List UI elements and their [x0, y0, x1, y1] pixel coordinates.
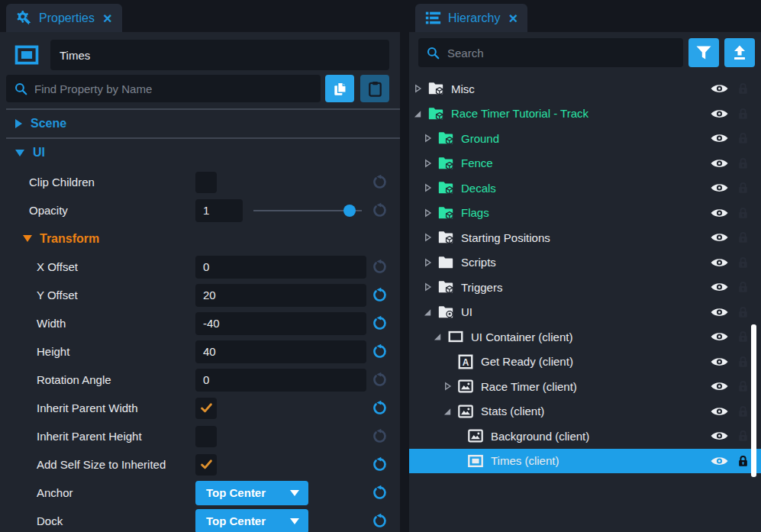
visibility-eye-icon[interactable] — [710, 280, 729, 294]
copy-properties-button[interactable] — [325, 75, 354, 102]
section-ui[interactable]: UI — [0, 142, 400, 163]
anchor-dropdown[interactable]: Top Center — [195, 481, 308, 505]
expander-expanded-icon[interactable] — [434, 332, 446, 342]
property-row-dock: Dock Top Center — [0, 507, 400, 532]
lock-icon[interactable] — [737, 156, 750, 171]
lock-icon[interactable] — [737, 230, 750, 245]
paste-properties-button[interactable] — [360, 75, 389, 102]
expander-collapsed-icon[interactable] — [424, 233, 436, 243]
reset-icon[interactable] — [372, 513, 388, 529]
visibility-eye-icon[interactable] — [710, 330, 729, 343]
rotation-angle-input[interactable] — [195, 369, 366, 392]
visibility-eye-icon[interactable] — [710, 256, 729, 269]
hierarchy-search-box[interactable] — [418, 38, 683, 67]
expander-collapsed-icon[interactable] — [443, 382, 456, 392]
find-property-box[interactable] — [6, 75, 321, 102]
tree-row-ground[interactable]: Ground — [409, 126, 761, 151]
height-input[interactable] — [195, 340, 366, 363]
tree-row-decals[interactable]: Decals — [409, 176, 761, 201]
expander-collapsed-icon[interactable] — [424, 208, 436, 218]
hierarchy-search-input[interactable] — [447, 47, 676, 60]
visibility-eye-icon[interactable] — [710, 131, 729, 145]
add-self-size-checkbox[interactable] — [195, 454, 217, 476]
opacity-slider[interactable] — [253, 199, 362, 222]
lock-icon[interactable] — [737, 131, 750, 146]
lock-icon[interactable] — [737, 354, 750, 369]
scrollbar-thumb[interactable] — [751, 324, 756, 477]
filter-button[interactable] — [688, 38, 719, 67]
reset-icon[interactable] — [372, 485, 388, 501]
tree-row-misc[interactable]: Misc — [409, 76, 761, 102]
lock-icon[interactable] — [737, 428, 750, 443]
opacity-slider-knob[interactable] — [343, 205, 356, 217]
visibility-eye-icon[interactable] — [710, 454, 729, 468]
y-offset-input[interactable] — [195, 284, 366, 307]
tab-properties[interactable]: Properties × — [6, 4, 122, 32]
section-transform[interactable]: Transform — [0, 224, 400, 253]
tree-row-scripts[interactable]: Scripts — [409, 250, 761, 276]
lock-icon[interactable] — [737, 180, 750, 195]
lock-icon[interactable] — [737, 329, 750, 344]
reset-icon[interactable] — [372, 400, 388, 416]
clip-children-checkbox[interactable] — [195, 172, 217, 193]
expander-collapsed-icon[interactable] — [414, 84, 426, 94]
reset-icon[interactable] — [372, 315, 388, 331]
tree-row-race-timer-tutorial-track[interactable]: Race Timer Tutorial - Track — [409, 102, 761, 127]
lock-icon[interactable] — [737, 106, 750, 121]
dock-dropdown[interactable]: Top Center — [195, 509, 308, 532]
lock-icon[interactable] — [737, 279, 750, 295]
lock-icon[interactable] — [737, 379, 750, 394]
tree-row-get-ready[interactable]: Get Ready (client) — [409, 350, 761, 375]
lock-icon[interactable] — [737, 205, 750, 221]
tree-row-stats[interactable]: Stats (client) — [409, 399, 761, 424]
expander-collapsed-icon[interactable] — [424, 282, 436, 292]
visibility-eye-icon[interactable] — [710, 206, 729, 220]
lock-icon[interactable] — [737, 255, 750, 270]
visibility-eye-icon[interactable] — [710, 82, 729, 95]
inherit-parent-height-checkbox[interactable] — [195, 426, 217, 447]
section-scene[interactable]: Scene — [0, 114, 400, 133]
find-property-input[interactable] — [34, 82, 313, 95]
lock-icon[interactable] — [737, 81, 750, 96]
reset-icon[interactable] — [372, 343, 388, 360]
tree-row-flags[interactable]: Flags — [409, 201, 761, 226]
tab-hierarchy[interactable]: Hierarchy × — [415, 4, 527, 32]
object-name-input[interactable] — [50, 40, 389, 70]
tree-row-times-selected[interactable]: Times (client) — [409, 449, 761, 474]
tree-row-ui-container[interactable]: UI Container (client) — [409, 324, 761, 350]
close-icon[interactable]: × — [103, 11, 112, 26]
tree-row-fence[interactable]: Fence — [409, 151, 761, 176]
lock-icon[interactable] — [737, 305, 750, 320]
tree-row-race-timer[interactable]: Race Timer (client) — [409, 374, 761, 399]
tree-row-triggers[interactable]: Triggers — [409, 275, 761, 300]
lock-icon[interactable] — [737, 453, 750, 469]
expander-expanded-icon[interactable] — [414, 108, 426, 118]
tree-row-background[interactable]: Background (client) — [409, 424, 761, 449]
close-icon[interactable]: × — [508, 11, 518, 26]
visibility-eye-icon[interactable] — [710, 429, 729, 443]
expander-expanded-icon[interactable] — [424, 307, 436, 317]
tree-row-ui[interactable]: UI — [409, 300, 761, 325]
expander-collapsed-icon[interactable] — [424, 257, 436, 267]
width-input[interactable] — [195, 312, 366, 335]
tree-row-starting-positions[interactable]: Starting Positions — [409, 225, 761, 250]
x-offset-input[interactable] — [195, 256, 366, 279]
opacity-input[interactable] — [195, 199, 243, 222]
visibility-eye-icon[interactable] — [710, 405, 729, 418]
visibility-eye-icon[interactable] — [710, 231, 729, 244]
visibility-eye-icon[interactable] — [710, 181, 729, 195]
lock-icon[interactable] — [737, 404, 750, 419]
visibility-eye-icon[interactable] — [710, 107, 729, 121]
expander-collapsed-icon[interactable] — [424, 134, 436, 143]
visibility-eye-icon[interactable] — [710, 379, 729, 393]
reset-icon[interactable] — [372, 456, 388, 472]
visibility-eye-icon[interactable] — [710, 355, 729, 369]
expander-collapsed-icon[interactable] — [424, 183, 436, 193]
expander-expanded-icon[interactable] — [443, 406, 456, 416]
inherit-parent-width-checkbox[interactable] — [195, 398, 217, 419]
reset-icon[interactable] — [372, 287, 388, 303]
visibility-eye-icon[interactable] — [710, 156, 729, 170]
publish-button[interactable] — [724, 38, 755, 67]
visibility-eye-icon[interactable] — [710, 305, 729, 319]
expander-collapsed-icon[interactable] — [424, 158, 436, 168]
